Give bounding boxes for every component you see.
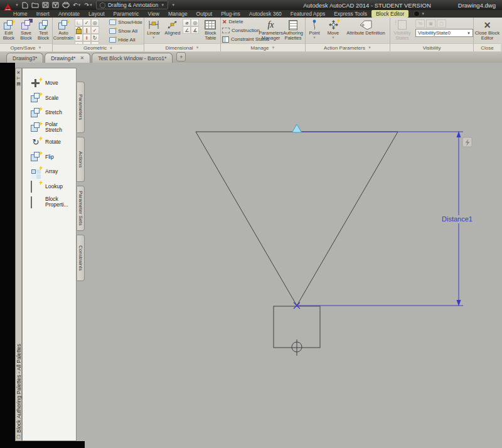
- radial-parameter-icon[interactable]: ⌀: [183, 19, 191, 26]
- tab-featured-apps[interactable]: Featured Apps: [286, 10, 329, 18]
- quick-access-overflow-caret[interactable]: ▼: [171, 3, 175, 7]
- tab-parametric[interactable]: Parametric: [109, 10, 144, 18]
- hide-all-icon: [109, 37, 116, 43]
- palette-tab-actions[interactable]: Actions: [77, 137, 85, 182]
- tab-close-icon[interactable]: ✕: [80, 55, 84, 61]
- palette-title-bar[interactable]: ✕ ⊢ ▤ Block Authoring Palettes - All Pal…: [15, 68, 22, 441]
- workspace-switcher[interactable]: Drafting & Annotation ▼: [96, 1, 168, 9]
- palette-item-move[interactable]: Move: [31, 76, 76, 91]
- title-bar: ▼ ↶▼ ↷▼ Drafting & Annotation ▼ ▼ Autode…: [0, 0, 502, 10]
- block-editor-canvas[interactable]: Distance1 ✕ ⊢ ▤ Block Authoring Palettes…: [0, 63, 502, 448]
- palette-item-array[interactable]: Array: [31, 164, 76, 179]
- save-as-icon[interactable]: [52, 2, 59, 8]
- hide-all-button[interactable]: Hide All: [108, 36, 144, 44]
- triangle-outline[interactable]: [196, 132, 398, 306]
- delete-icon: ✕: [222, 19, 227, 25]
- perpendicular-constraint-icon[interactable]: ↻: [91, 34, 99, 41]
- panel-visibility: ! Visibility States % ▣ ▢ VisibilityStat…: [390, 18, 474, 51]
- parameters-manager-button[interactable]: fx Parameters Manager: [260, 18, 282, 43]
- ribbon-minimize-caret[interactable]: ▼: [421, 12, 425, 16]
- block-table-button[interactable]: Block Table: [201, 18, 220, 43]
- ribbon-minimize-icon[interactable]: [414, 11, 420, 17]
- palette-item-polar-stretch[interactable]: Polar Stretch: [31, 120, 76, 136]
- panel-label-manage[interactable]: Manage▼: [221, 43, 305, 51]
- tab-home[interactable]: Home: [9, 10, 32, 18]
- save-block-button[interactable]: Save Block: [18, 18, 35, 43]
- palette-autohide-icon[interactable]: ⊢: [16, 75, 20, 81]
- palette-tab-parameter-sets[interactable]: Parameter Sets: [77, 186, 85, 231]
- delete-button[interactable]: ✕Delete: [221, 18, 260, 26]
- linear-parameter-button[interactable]: Linear ▼: [144, 18, 163, 43]
- diameter-parameter-icon[interactable]: ◎: [191, 19, 199, 26]
- tab-insert[interactable]: Insert: [32, 10, 54, 18]
- tab-manage[interactable]: Manage: [164, 10, 192, 18]
- attribute-definition-button[interactable]: Attribute Definition: [343, 18, 388, 43]
- parameter-grip-triangle[interactable]: [292, 124, 302, 132]
- panel-label-open-save[interactable]: Open/Save▼: [0, 43, 52, 51]
- close-icon: ✕: [484, 19, 491, 30]
- show-hide-button[interactable]: Show/Hide: [108, 18, 144, 26]
- panel-label-action-parameters[interactable]: Action Parameters▼: [306, 43, 390, 51]
- open-file-icon[interactable]: [31, 2, 39, 8]
- panel-label-dimensional[interactable]: Dimensional▼: [144, 43, 220, 51]
- auto-constrain-button[interactable]: Auto Constrain: [53, 18, 74, 44]
- palette-item-flip[interactable]: Flip: [31, 150, 76, 165]
- show-all-button[interactable]: Show All: [108, 27, 144, 35]
- visibility-state-dropdown[interactable]: VisibilityState0 ▼: [415, 29, 473, 37]
- palette-close-icon[interactable]: ✕: [17, 70, 21, 75]
- test-block-icon: ✓: [39, 19, 48, 30]
- file-tab-drawing4[interactable]: Drawing4*✕: [45, 53, 90, 63]
- tab-output[interactable]: Output: [192, 10, 217, 18]
- angular-lock-parameter-icon[interactable]: ∡: [191, 26, 199, 34]
- tab-annotate[interactable]: Annotate: [54, 10, 84, 18]
- file-tab-bar: Drawing3* Drawing4*✕ Test Block Window -…: [0, 51, 502, 63]
- vertical-constraint-icon[interactable]: ‖: [83, 34, 91, 41]
- palette-item-rotate[interactable]: ↻ Rotate: [31, 135, 76, 150]
- fix-constraint-icon[interactable]: [75, 26, 83, 34]
- palette-properties-icon[interactable]: ▤: [16, 81, 21, 87]
- palette-item-lookup[interactable]: Lookup: [31, 179, 76, 195]
- redo-icon[interactable]: ↷▼: [84, 3, 93, 8]
- tab-autodesk360[interactable]: Autodesk 360: [245, 10, 286, 18]
- close-block-editor-button[interactable]: ✕ Close Block Editor: [474, 18, 501, 43]
- undo-icon[interactable]: ↶▼: [73, 3, 82, 8]
- tab-express-tools[interactable]: Express Tools: [329, 10, 371, 18]
- angular-parameter-icon[interactable]: ∠: [183, 26, 191, 34]
- parallel-constraint-icon[interactable]: ∥: [83, 26, 91, 34]
- aligned-parameter-button[interactable]: Aligned: [163, 18, 182, 43]
- tab-view[interactable]: View: [144, 10, 164, 18]
- save-icon[interactable]: [42, 2, 49, 8]
- new-drawing-tab-button[interactable]: +: [176, 52, 186, 61]
- smooth-constraint-icon[interactable]: ✓: [83, 19, 91, 26]
- palette-item-block-properties[interactable]: Block Properti...: [31, 194, 76, 210]
- tab-layout[interactable]: Layout: [84, 10, 109, 18]
- concentric-constraint-icon[interactable]: ◎: [91, 19, 99, 26]
- palette-tab-parameters[interactable]: Parameters: [77, 82, 85, 133]
- authoring-palettes-button[interactable]: Authoring Palettes: [282, 18, 304, 43]
- autocad-window: ▼ ↶▼ ↷▼ Drafting & Annotation ▼ ▼ Autode…: [0, 0, 502, 448]
- constraint-status-button[interactable]: Constraint Status: [221, 35, 260, 43]
- tab-plugins[interactable]: Plug-ins: [216, 10, 245, 18]
- panel-label-geometric[interactable]: Geometric▼: [53, 44, 144, 51]
- logo-dropdown-caret[interactable]: ▼: [15, 3, 19, 7]
- palette-tab-constraints[interactable]: Constraints: [77, 235, 85, 281]
- autocad-logo-icon[interactable]: [4, 2, 12, 9]
- palette-item-scale[interactable]: Scale: [31, 91, 76, 106]
- distance-parameter-label[interactable]: Distance1: [442, 215, 473, 223]
- new-file-icon[interactable]: [22, 2, 28, 9]
- edit-block-button[interactable]: Edit Block: [0, 18, 17, 43]
- point-parameter-button[interactable]: Point ▼: [306, 18, 323, 43]
- tangent-constraint-icon[interactable]: ✓: [91, 26, 99, 34]
- move-action-button[interactable]: Move ▼: [323, 18, 343, 43]
- make-visible-icon: %: [415, 19, 425, 28]
- test-block-button[interactable]: ✓ Test Block: [35, 18, 52, 43]
- horizontal-constraint-icon[interactable]: ≡: [75, 34, 83, 41]
- plot-icon[interactable]: [62, 2, 70, 8]
- coincident-constraint-icon[interactable]: ∟: [75, 19, 83, 26]
- tab-block-editor[interactable]: Block Editor: [371, 10, 409, 18]
- polar-stretch-icon: [31, 122, 41, 132]
- file-tab-test-block[interactable]: Test Block Window - Barco1*: [92, 53, 173, 63]
- construction-button[interactable]: Construction: [221, 26, 260, 35]
- file-tab-drawing3[interactable]: Drawing3*: [6, 53, 43, 63]
- palette-item-stretch[interactable]: Stretch: [31, 105, 76, 120]
